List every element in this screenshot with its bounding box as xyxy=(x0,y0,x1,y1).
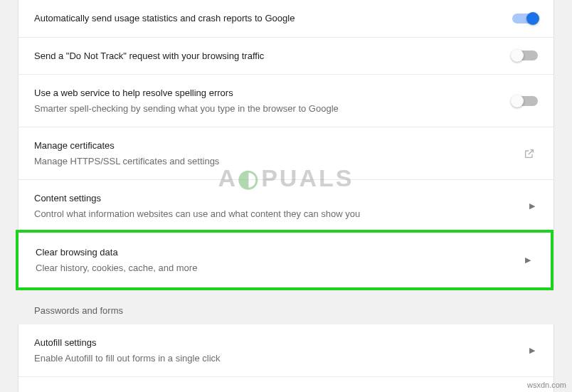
toggle-knob xyxy=(526,12,539,25)
row-text: Manage passwords Offer to save your web … xyxy=(34,388,529,392)
content-settings-title: Content settings xyxy=(34,191,529,206)
chevron-right-icon: ▶ xyxy=(525,255,531,265)
autofill-settings-row[interactable]: Autofill settings Enable Autofill to fil… xyxy=(18,324,554,377)
row-text: Send a "Do Not Track" request with your … xyxy=(34,49,512,63)
passwords-forms-group: Autofill settings Enable Autofill to fil… xyxy=(18,324,554,392)
content-settings-subtitle: Control what information websites can us… xyxy=(34,207,529,221)
autofill-title: Autofill settings xyxy=(34,336,529,350)
highlight-annotation: Clear browsing data Clear history, cooki… xyxy=(16,230,554,290)
crash-reports-row[interactable]: Automatically send usage statistics and … xyxy=(18,0,554,38)
toggle-knob xyxy=(511,49,524,62)
do-not-track-row[interactable]: Send a "Do Not Track" request with your … xyxy=(18,38,554,75)
certificates-title: Manage certificates xyxy=(34,139,524,153)
row-text: Autofill settings Enable Autofill to fil… xyxy=(34,336,529,365)
do-not-track-toggle[interactable] xyxy=(512,51,538,60)
privacy-settings-group: Automatically send usage statistics and … xyxy=(18,0,554,288)
spelling-subtitle: Smarter spell-checking by sending what y… xyxy=(34,102,512,116)
row-text: Manage certificates Manage HTTPS/SSL cer… xyxy=(34,139,524,168)
row-text: Content settings Control what informatio… xyxy=(34,191,529,221)
crash-reports-toggle[interactable] xyxy=(512,14,538,23)
footer-attribution: wsxdn.com xyxy=(527,381,566,389)
toggle-knob xyxy=(511,95,524,107)
row-text: Use a web service to help resolve spelli… xyxy=(34,86,512,115)
row-text: Automatically send usage statistics and … xyxy=(34,11,512,26)
autofill-subtitle: Enable Autofill to fill out forms in a s… xyxy=(34,351,529,366)
row-text: Clear browsing data Clear history, cooki… xyxy=(36,245,525,275)
external-link-icon xyxy=(524,148,535,159)
clear-data-title: Clear browsing data xyxy=(36,245,525,260)
crash-reports-title: Automatically send usage statistics and … xyxy=(34,11,512,26)
chevron-right-icon: ▶ xyxy=(529,201,535,211)
certificates-row[interactable]: Manage certificates Manage HTTPS/SSL cer… xyxy=(18,127,554,180)
chevron-right-icon: ▶ xyxy=(529,346,535,355)
certificates-subtitle: Manage HTTPS/SSL certificates and settin… xyxy=(34,154,524,169)
passwords-forms-header: Passwords and forms xyxy=(0,288,572,324)
content-settings-row[interactable]: Content settings Control what informatio… xyxy=(18,180,554,233)
spelling-toggle[interactable] xyxy=(512,96,538,106)
clear-browsing-data-row[interactable]: Clear browsing data Clear history, cooki… xyxy=(20,234,549,286)
manage-passwords-row[interactable]: Manage passwords Offer to save your web … xyxy=(18,377,554,392)
do-not-track-title: Send a "Do Not Track" request with your … xyxy=(34,49,512,63)
manage-passwords-title: Manage passwords xyxy=(34,388,529,392)
spelling-row[interactable]: Use a web service to help resolve spelli… xyxy=(18,75,554,127)
spelling-title: Use a web service to help resolve spelli… xyxy=(34,86,512,100)
clear-data-subtitle: Clear history, cookies, cache, and more xyxy=(36,261,525,275)
